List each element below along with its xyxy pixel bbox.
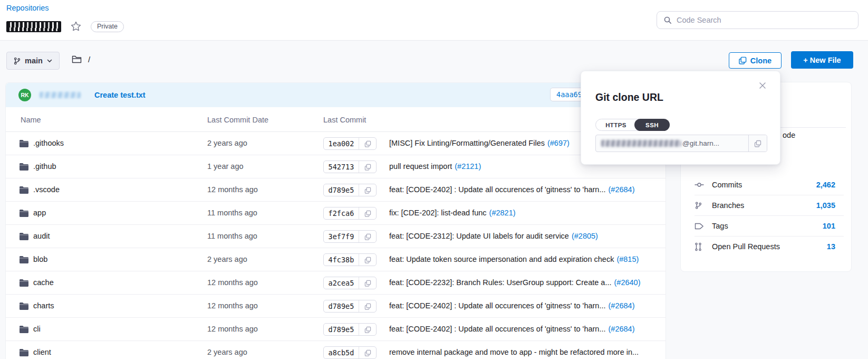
pull-request-link[interactable]: (#2684)	[609, 301, 635, 310]
star-icon[interactable]	[69, 20, 83, 33]
avatar: RK	[18, 89, 31, 101]
copy-sha-button[interactable]	[359, 254, 376, 266]
commit-sha-pill[interactable]: 542713	[323, 160, 377, 173]
commit-sha: 542713	[324, 161, 359, 173]
table-row[interactable]: cache 12 months ago a2cea5 feat: [CODE-2…	[6, 271, 666, 295]
commit-message-cell: feat: Update token source impersonation …	[389, 255, 639, 263]
clone-button[interactable]: Clone	[729, 52, 782, 69]
repo-stat-row[interactable]: Branches 1,035	[695, 195, 844, 215]
copy-url-button[interactable]	[748, 135, 767, 152]
folder-icon	[20, 279, 28, 289]
commit-message: remove internal package and move to app …	[389, 348, 639, 356]
commit-message: feat: [CODE-2312]: Update UI labels for …	[389, 232, 569, 240]
copy-sha-button[interactable]	[359, 207, 376, 219]
table-row[interactable]: .vscode 12 months ago d789e5 feat: [CODE…	[6, 178, 666, 202]
column-header-last-commit: Last Commit	[323, 116, 366, 124]
file-name: .githooks	[33, 139, 64, 147]
close-icon[interactable]	[759, 82, 766, 89]
folder-icon	[20, 326, 28, 335]
last-commit-date: 11 months ago	[207, 232, 257, 240]
table-row[interactable]: .githooks 2 years ago 1ea002 [MISC] Fix …	[6, 132, 666, 155]
file-name: .github	[33, 162, 56, 171]
commit-message-cell: remove internal package and move to app …	[389, 348, 641, 356]
table-row[interactable]: audit 11 months ago 3ef7f9 feat: [CODE-2…	[6, 225, 666, 248]
pull-request-link[interactable]: (#2121)	[455, 162, 481, 171]
copy-sha-button[interactable]	[359, 231, 376, 242]
folder-icon	[20, 349, 28, 358]
folder-icon[interactable]	[72, 55, 82, 64]
last-commit-date: 12 months ago	[207, 301, 258, 310]
copy-sha-button[interactable]	[359, 138, 376, 149]
last-commit-date: 12 months ago	[207, 325, 258, 333]
commit-sha-pill[interactable]: 3ef7f9	[323, 230, 377, 243]
tab-https[interactable]: HTTPS	[596, 119, 636, 130]
commit-sha-pill[interactable]: d789e5	[323, 300, 377, 313]
commit-sha-pill[interactable]: a8cb5d	[323, 346, 377, 359]
table-row[interactable]: charts 12 months ago d789e5 feat: [CODE-…	[6, 295, 666, 318]
code-search-input[interactable]	[677, 16, 852, 24]
commit-sha-pill[interactable]: f2fca6	[323, 207, 377, 220]
commit-sha: d789e5	[324, 300, 359, 312]
popover-title: Git clone URL	[595, 91, 663, 103]
commit-sha: 4fc38b	[324, 254, 359, 266]
pull-request-link[interactable]: (#2640)	[614, 278, 641, 287]
stat-value: 1,035	[816, 201, 844, 210]
clone-url-visible-tail: @git.harn...	[682, 139, 719, 147]
folder-icon	[20, 210, 28, 219]
copy-sha-button[interactable]	[359, 324, 376, 335]
commit-sha: 3ef7f9	[324, 231, 359, 242]
commit-sha-pill[interactable]: 4fc38b	[323, 253, 377, 266]
file-browser-card: RK Create test.txt Name Last Commit Date…	[5, 82, 666, 359]
commit-sha: d789e5	[324, 184, 359, 196]
repo-stat-row[interactable]: Commits 2,462	[695, 174, 844, 195]
commit-sha-pill[interactable]: d789e5	[323, 323, 377, 336]
pull-request-link[interactable]: (#2684)	[609, 325, 635, 333]
file-name: audit	[33, 232, 50, 240]
commit-sha-pill[interactable]: d789e5	[323, 184, 377, 196]
tab-ssh[interactable]: SSH	[634, 119, 670, 131]
copy-sha-button[interactable]	[359, 277, 376, 289]
commit-message-cell: feat: [CODE-2402] : Update all occurence…	[389, 185, 634, 194]
clone-url-input[interactable]: @git.harn...	[596, 135, 748, 152]
code-search-box	[657, 11, 859, 29]
stat-label: Commits	[712, 181, 742, 189]
folder-icon	[20, 303, 28, 312]
folder-icon	[20, 256, 28, 266]
last-commit-date: 12 months ago	[207, 185, 258, 194]
clone-button-label: Clone	[750, 56, 771, 65]
copy-sha-button[interactable]	[359, 161, 376, 173]
copy-sha-button[interactable]	[359, 300, 376, 312]
commit-sha-pill[interactable]: 1ea002	[323, 137, 377, 150]
file-name: .vscode	[33, 185, 60, 194]
chevron-down-icon	[46, 58, 53, 64]
breadcrumb-repositories[interactable]: Repositories	[6, 4, 49, 12]
table-row[interactable]: blob 2 years ago 4fc38b feat: Update tok…	[6, 248, 666, 271]
pull-request-link[interactable]: (#815)	[616, 255, 639, 263]
commit-sha-pill[interactable]: a2cea5	[323, 277, 377, 289]
folder-icon	[20, 233, 28, 242]
file-name: blob	[33, 255, 47, 263]
table-row[interactable]: app 11 months ago f2fca6 fix: [CDE-202]:…	[6, 202, 666, 225]
column-header-last-commit-date: Last Commit Date	[207, 116, 268, 124]
repo-stat-row[interactable]: Tags 101	[695, 215, 844, 236]
repo-name-redacted	[6, 21, 61, 32]
new-file-button[interactable]: + New File	[791, 51, 853, 69]
copy-sha-button[interactable]	[359, 184, 376, 196]
copy-sha-button[interactable]	[359, 347, 376, 358]
branch-selector[interactable]: main	[6, 52, 60, 70]
pull-request-link[interactable]: (#2684)	[609, 185, 635, 194]
table-row[interactable]: .github 1 year ago 542713 pull request i…	[6, 155, 666, 178]
new-file-button-label: + New File	[803, 56, 841, 64]
latest-commit-link[interactable]: Create test.txt	[94, 91, 146, 99]
commit-sha: a8cb5d	[324, 347, 359, 358]
repo-stat-row[interactable]: Open Pull Requests 13	[695, 236, 844, 257]
table-row[interactable]: cli 12 months ago d789e5 feat: [CODE-240…	[6, 318, 666, 341]
pull-request-link[interactable]: (#2805)	[572, 232, 598, 240]
commit-message: feat: [CODE-2402] : Update all occurence…	[389, 301, 606, 310]
table-row[interactable]: client 2 years ago a8cb5d remove interna…	[6, 341, 666, 359]
table-body: .githooks 2 years ago 1ea002 [MISC] Fix …	[6, 132, 666, 359]
pull-request-link[interactable]: (#697)	[547, 139, 570, 147]
commit-message: feat: [CODE-2402] : Update all occurence…	[389, 185, 606, 194]
file-name: client	[33, 348, 51, 356]
pull-request-link[interactable]: (#2821)	[489, 209, 516, 217]
